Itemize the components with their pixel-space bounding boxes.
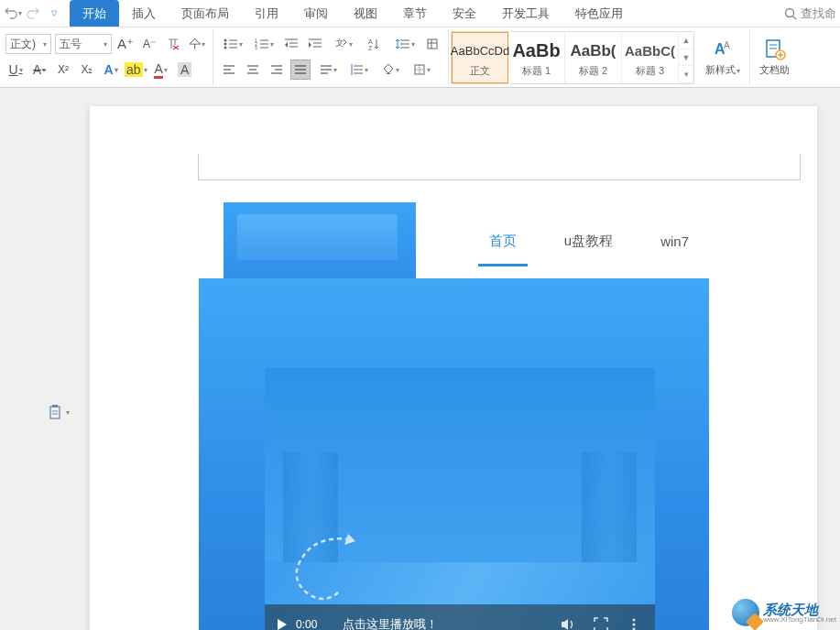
- site-hero: 0:00 点击这里播放哦！: [199, 278, 709, 630]
- document-area: 首页 u盘教程 win7 0:00 点击这里播放哦！: [0, 88, 840, 630]
- font-name-combo[interactable]: 正文)▾: [5, 34, 51, 54]
- shrink-font-button[interactable]: A⁻: [139, 34, 159, 54]
- distribute-button[interactable]: ▾: [314, 60, 342, 80]
- style-normal[interactable]: AaBbCcDd 正文: [452, 32, 508, 83]
- search-box[interactable]: 查找命: [784, 5, 836, 22]
- indent-spacing-button[interactable]: ▾: [345, 60, 373, 80]
- quick-access-toolbar: ▾ ▽: [4, 5, 62, 23]
- clear-format-button[interactable]: [163, 34, 183, 54]
- paste-options-button[interactable]: ▾: [49, 404, 70, 420]
- svg-point-56: [633, 619, 636, 622]
- svg-text:3: 3: [255, 45, 257, 50]
- header-boundary: [198, 179, 801, 180]
- svg-point-4: [224, 43, 226, 46]
- more-icon[interactable]: [626, 616, 642, 630]
- svg-point-6: [224, 47, 226, 49]
- tab-view[interactable]: 视图: [341, 0, 390, 27]
- paragraph-group: ▾ 123▾ 文▾ AZ ▾ ▾ ▾ ▾ ▾: [213, 29, 449, 85]
- text-direction-button[interactable]: 文▾: [329, 34, 356, 54]
- increase-indent-button[interactable]: [305, 34, 325, 54]
- tab-security[interactable]: 安全: [440, 0, 489, 27]
- doc-assistant-icon: [763, 38, 787, 61]
- fullscreen-icon[interactable]: [593, 616, 609, 630]
- volume-icon[interactable]: [560, 616, 576, 630]
- underline-button[interactable]: U▾: [5, 60, 26, 80]
- site-header: 首页 u盘教程 win7: [199, 203, 709, 278]
- bullets-button[interactable]: ▾: [219, 34, 246, 54]
- watermark: 系统天地 www.XiTongTianDi.net: [732, 599, 836, 626]
- styles-gallery: AaBbCcDd 正文 AaBb 标题 1 AaBb( 标题 2 AaBbC( …: [451, 31, 694, 84]
- font-group: 正文)▾ 五号▾ A⁺ A⁻ 㐃▾ U▾ A▾ X² X₂ A▾ ab▾ A▾ …: [0, 29, 213, 85]
- style-heading3[interactable]: AaBbC( 标题 3: [622, 32, 679, 83]
- arrow-swirl-icon: [286, 530, 368, 603]
- nav-win7[interactable]: win7: [660, 234, 689, 249]
- borders-button[interactable]: ▾: [408, 60, 435, 80]
- undo-button[interactable]: ▾: [4, 5, 22, 23]
- tab-developer[interactable]: 开发工具: [489, 0, 562, 27]
- char-shading-button[interactable]: A: [175, 60, 195, 80]
- new-style-button[interactable]: AA 新样式▾: [696, 29, 749, 85]
- ribbon-tabs: 开始 插入 页面布局 引用 审阅 视图 章节 安全 开发工具 特色应用: [70, 0, 636, 27]
- tab-references[interactable]: 引用: [242, 0, 291, 27]
- grow-font-button[interactable]: A⁺: [115, 34, 136, 54]
- site-nav: 首页 u盘教程 win7: [489, 203, 709, 278]
- tab-start[interactable]: 开始: [70, 0, 119, 27]
- svg-line-1: [793, 16, 797, 19]
- embedded-screenshot: 首页 u盘教程 win7 0:00 点击这里播放哦！: [199, 203, 709, 630]
- align-center-button[interactable]: [243, 60, 263, 80]
- superscript-button[interactable]: X²: [53, 60, 73, 80]
- page[interactable]: 首页 u盘教程 win7 0:00 点击这里播放哦！: [90, 106, 817, 630]
- new-style-icon: AA: [711, 38, 735, 61]
- svg-text:文: 文: [335, 38, 344, 48]
- redo-button[interactable]: [24, 5, 42, 23]
- show-marks-button[interactable]: [422, 34, 442, 54]
- align-right-button[interactable]: [267, 60, 287, 80]
- phonetic-guide-button[interactable]: 㐃▾: [187, 34, 207, 54]
- search-placeholder: 查找命: [801, 5, 836, 22]
- highlight-button[interactable]: ab▾: [125, 60, 147, 80]
- svg-text:A: A: [368, 38, 373, 45]
- menubar: ▾ ▽ 开始 插入 页面布局 引用 审阅 视图 章节 安全 开发工具 特色应用 …: [0, 0, 840, 27]
- tab-review[interactable]: 审阅: [291, 0, 341, 27]
- styles-scroll-down[interactable]: ▼: [679, 49, 693, 67]
- video-controls: 0:00 点击这里播放哦！: [265, 604, 655, 630]
- decrease-indent-button[interactable]: [281, 34, 301, 54]
- numbering-button[interactable]: 123▾: [250, 34, 278, 54]
- font-color-button[interactable]: A▾: [151, 60, 171, 80]
- sort-button[interactable]: AZ: [360, 34, 387, 54]
- svg-point-57: [633, 624, 636, 626]
- text-effect-button[interactable]: A▾: [101, 60, 121, 80]
- align-left-button[interactable]: [219, 60, 239, 80]
- style-heading2[interactable]: AaBb( 标题 2: [565, 32, 622, 83]
- svg-rect-59: [50, 407, 60, 418]
- strikethrough-button[interactable]: A▾: [29, 60, 49, 80]
- subscript-button[interactable]: X₂: [77, 60, 97, 80]
- svg-point-0: [786, 8, 794, 16]
- globe-icon: [732, 599, 759, 626]
- watermark-title: 系统天地: [763, 603, 836, 616]
- font-size-combo[interactable]: 五号▾: [55, 34, 112, 54]
- styles-expand[interactable]: ▾: [679, 66, 693, 83]
- video-time: 0:00: [296, 618, 317, 630]
- tab-special[interactable]: 特色应用: [562, 0, 636, 27]
- tab-sections[interactable]: 章节: [390, 0, 440, 27]
- watermark-url: www.XiTongTianDi.net: [763, 616, 836, 624]
- video-hint: 点击这里播放哦！: [343, 616, 438, 630]
- shading-button[interactable]: ▾: [376, 60, 404, 80]
- align-justify-button[interactable]: [290, 60, 311, 80]
- tab-page-layout[interactable]: 页面布局: [169, 0, 242, 27]
- line-spacing-button[interactable]: ▾: [391, 34, 419, 54]
- nav-usb[interactable]: u盘教程: [564, 233, 613, 250]
- play-button[interactable]: [278, 619, 287, 630]
- ribbon: 正文)▾ 五号▾ A⁺ A⁻ 㐃▾ U▾ A▾ X² X₂ A▾ ab▾ A▾ …: [0, 27, 840, 88]
- styles-scroll: ▲ ▼ ▾: [679, 32, 693, 83]
- style-heading1[interactable]: AaBb 标题 1: [508, 32, 565, 83]
- tab-insert[interactable]: 插入: [119, 0, 169, 27]
- svg-rect-60: [52, 405, 58, 407]
- nav-home[interactable]: 首页: [489, 233, 517, 250]
- styles-scroll-up[interactable]: ▲: [679, 32, 693, 49]
- doc-assistant-button[interactable]: 文档助: [750, 29, 799, 85]
- svg-text:A: A: [724, 40, 730, 50]
- qat-dropdown[interactable]: ▽: [44, 5, 62, 23]
- search-icon: [784, 7, 797, 20]
